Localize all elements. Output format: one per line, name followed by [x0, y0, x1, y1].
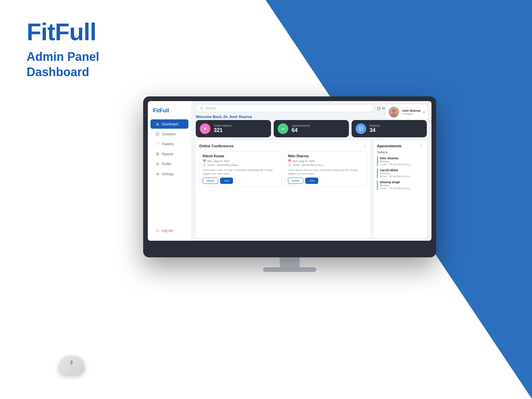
mouse — [53, 356, 90, 379]
chevron-down-icon-appt: ▾ — [386, 151, 387, 154]
avatar-image — [389, 107, 399, 117]
profile-card[interactable]: Amit Sharma Therapist ▾ — [385, 104, 428, 120]
appt-name-2: Aarohi Mittal — [380, 169, 423, 172]
clock-icon-1: 🕐 — [203, 164, 206, 167]
sidebar-item-reports[interactable]: Reports — [150, 149, 188, 159]
join-button-2[interactable]: Join — [305, 178, 318, 184]
conf-card-1: Ritesh Kumar 📅 Mon, Aug 22, 2022 🕐 12:00… — [199, 151, 282, 187]
logout-icon: ⬠ — [155, 228, 160, 233]
join-button-1[interactable]: Join — [220, 178, 233, 184]
appt-item-3: Dheeraj Singh Meeting 12:00 – 02:00 PM (… — [377, 181, 423, 190]
profile-info: Amit Sharma Therapist — [402, 109, 420, 115]
conf-cards: Ritesh Kumar 📅 Mon, Aug 22, 2022 🕐 12:00… — [199, 151, 367, 187]
sidebar-label-dashboard: Dashboard — [162, 122, 178, 126]
sidebar-item-profile[interactable]: Profile — [150, 159, 188, 169]
dashboard-icon: ⊞ — [155, 122, 160, 126]
appointments-header: Appointments ⋮ — [377, 143, 423, 149]
stat-reports: Reports 34 — [352, 120, 427, 137]
sidebar-label-profile: Profile — [162, 162, 171, 166]
search-placeholder: Search — [205, 106, 216, 110]
conf-name-2: Nitin Sharma — [288, 154, 363, 158]
sidebar-label-logout: Log out — [162, 229, 173, 232]
appt-time-2: 12:00 – 02:00 PM (2 Hrs.) — [380, 175, 423, 178]
today-filter[interactable]: Today ▾ — [377, 151, 423, 154]
profile-icon — [155, 162, 160, 166]
conf-date-2: 📅 Mon, Aug 22, 2022 — [288, 160, 363, 163]
sidebar: FitFull ⊞ Dashboard Schedule ♡ P — [148, 101, 191, 241]
monitor-base — [263, 267, 316, 272]
appt-type-3: Meeting — [380, 184, 423, 187]
sidebar-logo: FitFull — [148, 106, 191, 119]
total-patients-icon: ♥ — [200, 123, 210, 134]
reports-stat-label: Reports — [370, 124, 380, 127]
conf-desc-2: Lorem ipsum dolor sit amet, consectetur … — [288, 169, 363, 176]
stat-appointments: Appointments 64 — [274, 120, 349, 137]
sidebar-label-schedule: Schedule — [162, 132, 176, 136]
monitor-wrapper: FitFull ⊞ Dashboard Schedule ♡ P — [143, 96, 436, 272]
main-area: Search Mon, Aug 22, 2022 🔔 — [191, 101, 431, 241]
svg-line-8 — [202, 109, 203, 110]
appointments-menu-icon[interactable]: ⋮ — [419, 143, 423, 149]
welcome-text: Welcome Back, Dr. Amit Sharma — [196, 115, 252, 119]
patients-icon: ♡ — [155, 142, 160, 146]
appointments-panel: Appointments ⋮ Today ▾ Nitin Sharma — [374, 140, 427, 238]
sidebar-label-reports: Reports — [162, 152, 173, 156]
stats-row: ♥ Total Patients 321 — [196, 120, 427, 137]
appointments-list: Nitin Sharma Meeting 12:00 – 02:00 PM (2… — [377, 157, 423, 190]
screen: FitFull ⊞ Dashboard Schedule ♡ P — [148, 101, 431, 241]
sidebar-item-patients[interactable]: ♡ Patients — [150, 139, 188, 149]
clock-icon-2: 🕐 — [288, 164, 291, 167]
appointments-stat-value: 64 — [292, 127, 310, 133]
reports-icon — [155, 152, 160, 156]
conf-desc-1: Lorem ipsum dolor sit amet, consectetur … — [203, 169, 278, 176]
svg-rect-9 — [378, 107, 380, 110]
sidebar-item-schedule[interactable]: Schedule — [150, 129, 188, 139]
details-button-1[interactable]: Details — [203, 178, 218, 184]
conf-date-1: 📅 Mon, Aug 22, 2022 — [203, 160, 278, 163]
profile-name: Amit Sharma — [402, 109, 420, 112]
sidebar-item-logout[interactable]: ⬠ Log out — [150, 226, 188, 235]
conferences-title: Online Conferences — [199, 144, 234, 148]
conferences-header: Online Conferences ⋮ — [199, 143, 367, 149]
conferences-panel: Online Conferences ⋮ Ritesh Kumar 📅 Mon,… — [196, 140, 370, 238]
reports-stat-icon — [356, 123, 366, 134]
appt-time-1: 12:00 – 02:00 PM (2 Hrs.) — [380, 163, 423, 166]
search-box[interactable]: Search — [196, 104, 374, 112]
avatar — [389, 107, 399, 117]
schedule-icon — [155, 132, 160, 136]
stat-total-patients: ♥ Total Patients 321 — [196, 120, 271, 137]
conf-actions-2: Details Join — [288, 178, 363, 184]
screen-content: FitFull ⊞ Dashboard Schedule ♡ P — [148, 101, 431, 241]
settings-icon: ⚙ — [155, 172, 160, 176]
welcome-greeting: Welcome Back, — [196, 115, 223, 119]
appt-type-1: Meeting — [380, 160, 423, 163]
search-icon — [200, 107, 203, 110]
welcome-doctor: Dr. Amit Sharma — [224, 115, 252, 119]
calendar-icon-1: 📅 — [203, 160, 206, 163]
svg-point-7 — [200, 107, 202, 109]
calendar-icon-2: 📅 — [288, 160, 291, 163]
reports-stat-value: 34 — [370, 127, 380, 133]
conf-name-1: Ritesh Kumar — [203, 154, 278, 158]
conf-card-2: Nitin Sharma 📅 Mon, Aug 22, 2022 🕐 12:00… — [284, 151, 367, 187]
conf-time-1: 🕐 12:00 – 02:00 PM (2 Hrs.) — [203, 164, 278, 167]
brand-subtitle1: Admin Panel — [27, 50, 99, 64]
appt-type-2: Meeting — [380, 172, 423, 175]
conferences-menu-icon[interactable]: ⋮ — [362, 143, 367, 149]
appt-name-1: Nitin Sharma — [380, 157, 423, 160]
appt-item-1: Nitin Sharma Meeting 12:00 – 02:00 PM (2… — [377, 157, 423, 166]
conf-time-2: 🕐 12:00 – 02:00 PM (2 Hrs.) — [288, 164, 363, 167]
brand-subtitle2: Dashboard — [27, 65, 99, 79]
sidebar-item-dashboard[interactable]: ⊞ Dashboard — [150, 119, 188, 129]
monitor-bezel: FitFull ⊞ Dashboard Schedule ♡ P — [143, 96, 436, 257]
conf-actions-1: Details Join — [203, 178, 278, 184]
svg-point-13 — [392, 109, 396, 113]
chevron-down-icon: ▾ — [423, 110, 425, 114]
sidebar-item-settings[interactable]: ⚙ Settings — [150, 169, 188, 179]
mouse-divider — [72, 362, 72, 367]
calendar-icon — [377, 107, 381, 110]
total-patients-value: 321 — [214, 127, 232, 133]
details-button-2[interactable]: Details — [288, 178, 303, 184]
appointments-title: Appointments — [377, 144, 401, 148]
mouse-body — [58, 356, 85, 376]
